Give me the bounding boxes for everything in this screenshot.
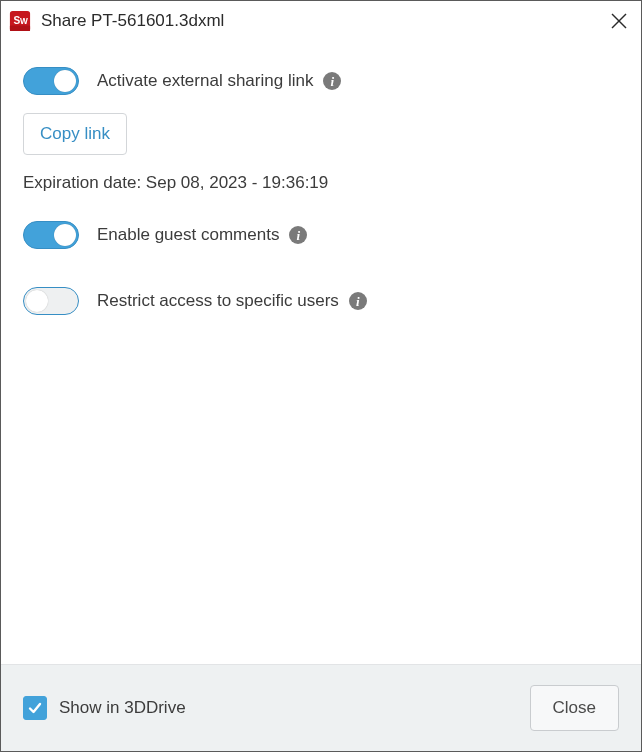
info-icon[interactable]: i: [349, 292, 367, 310]
guest-comments-label: Enable guest comments: [97, 225, 279, 245]
expiration-date-text: Expiration date: Sep 08, 2023 - 19:36:19: [23, 173, 619, 193]
show-in-3ddrive-label: Show in 3DDrive: [59, 698, 186, 718]
activate-sharing-label: Activate external sharing link: [97, 71, 313, 91]
restrict-access-toggle[interactable]: [23, 287, 79, 315]
close-icon[interactable]: [609, 11, 629, 31]
close-button[interactable]: Close: [530, 685, 619, 731]
guest-comments-row: Enable guest comments i: [23, 213, 619, 257]
restrict-access-row: Restrict access to specific users i: [23, 279, 619, 323]
restrict-access-label: Restrict access to specific users: [97, 291, 339, 311]
svg-text:W: W: [20, 17, 28, 26]
show-in-3ddrive-checkbox[interactable]: [23, 696, 47, 720]
window-title: Share PT-561601.3dxml: [41, 11, 609, 31]
svg-rect-1: [10, 26, 30, 32]
dialog-content: Activate external sharing link i Copy li…: [1, 41, 641, 664]
copy-link-button[interactable]: Copy link: [23, 113, 127, 155]
guest-comments-toggle[interactable]: [23, 221, 79, 249]
info-icon[interactable]: i: [323, 72, 341, 90]
activate-sharing-toggle[interactable]: [23, 67, 79, 95]
activate-sharing-row: Activate external sharing link i: [23, 59, 619, 103]
title-bar: S W Share PT-561601.3dxml: [1, 1, 641, 41]
solidworks-icon: S W: [9, 10, 31, 32]
dialog-footer: Show in 3DDrive Close: [1, 664, 641, 751]
info-icon[interactable]: i: [289, 226, 307, 244]
